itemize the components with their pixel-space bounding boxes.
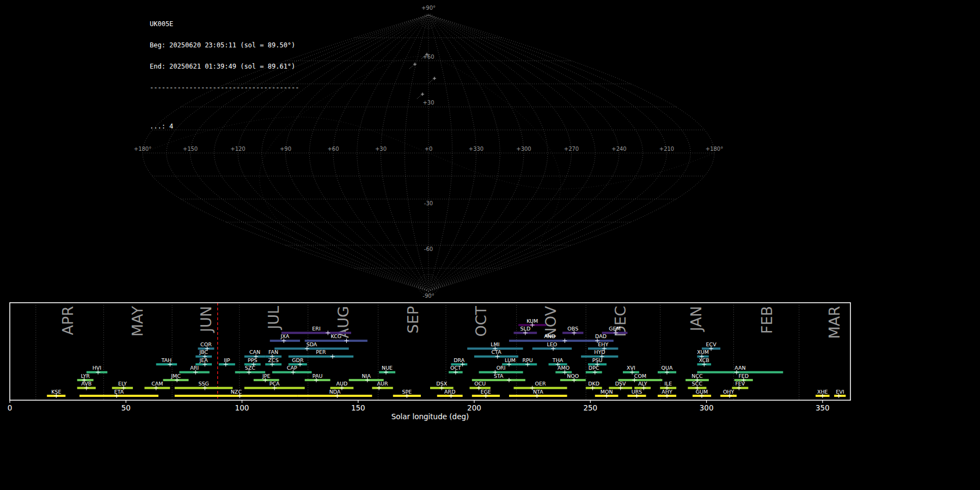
shower-code-label: AUD: [336, 381, 348, 387]
x-tick-label: 200: [467, 403, 481, 412]
shower-code-label: HVI: [93, 365, 101, 371]
x-tick-label: 50: [121, 403, 131, 412]
shower-code-label: JPE: [262, 373, 271, 379]
shower-code-label: FEV: [735, 381, 745, 387]
ra-label: +300: [516, 146, 531, 152]
ra-label: +30: [375, 146, 387, 152]
shower-code-label: GEM: [609, 326, 621, 332]
peak-marker: [345, 339, 349, 343]
shower-code-label: ARD: [444, 389, 455, 395]
meridian-line: [381, 15, 429, 291]
shower-code-label: IIP: [224, 357, 230, 363]
shower-code-label: RPU: [522, 357, 532, 363]
meridian-line: [428, 15, 572, 291]
meteor-activity-plot: +180°+150+120+90+60+30+0+330+300+270+240…: [0, 0, 980, 490]
observation-info: UK005E Beg: 20250620 23:05:11 (sol = 89.…: [150, 7, 299, 144]
shower-code-label: JBC: [199, 349, 208, 355]
x-tick-label: 350: [816, 403, 830, 412]
shower-code-label: DAD: [595, 333, 607, 339]
shower-code-label: ELY: [118, 381, 127, 387]
shower-code-label: SLD: [520, 326, 531, 332]
shower-code-label: PAU: [313, 373, 323, 379]
shower-labels: KSEETANZCNDASPEARDEGENTAMONURSAHYGUMOHYX…: [51, 318, 844, 395]
x-tick-labels: 050100150200250300350: [8, 403, 830, 412]
ra-label: +330: [469, 146, 483, 152]
x-tick-label: 300: [700, 403, 714, 412]
shower-code-label: PCA: [270, 381, 280, 387]
shower-code-label: KCG: [330, 333, 341, 339]
shower-code-label: NUE: [382, 365, 393, 371]
ra-label: +150: [183, 146, 198, 152]
shower-code-label: ZCS: [268, 357, 279, 363]
x-tick-label: 250: [583, 403, 597, 412]
shower-code-label: ILE: [664, 381, 672, 387]
shower-code-label: CAP: [287, 365, 297, 371]
shower-code-label: EGE: [481, 389, 491, 395]
meridian-line: [286, 15, 429, 291]
shower-code-label: ECV: [706, 341, 717, 347]
shower-code-label: OCT: [450, 365, 461, 371]
shower-code-label: DSX: [436, 381, 447, 387]
shower-code-label: JMC: [170, 373, 181, 379]
shower-code-label: OBS: [567, 326, 578, 332]
meridian-line: [428, 15, 595, 291]
shower-code-label: THA: [552, 357, 564, 363]
meridian-line: [428, 15, 476, 291]
shower-code-label: SPE: [402, 389, 412, 395]
activity-timeline: APRMAYJUNJULAUGSEPOCTNOVDECJANFEBMARKSEE…: [0, 299, 871, 490]
shower-code-label: XVI: [627, 365, 635, 371]
shower-code-label: NDA: [329, 389, 341, 395]
shower-code-label: PSU: [592, 357, 603, 363]
meridian-line: [428, 15, 667, 291]
shower-activity-bar: [156, 363, 177, 365]
shower-code-label: NIA: [362, 373, 371, 379]
dec-label: -60: [424, 246, 433, 252]
shower-code-label: COR: [200, 341, 212, 347]
x-axis-title: Solar longitude (deg): [391, 412, 469, 421]
shower-code-label: EHY: [598, 341, 608, 347]
ra-label: +180°: [706, 146, 723, 152]
ra-label: +240: [611, 146, 626, 152]
shower-code-label: ERI: [312, 326, 320, 332]
shower-activity-bar: [79, 395, 158, 397]
shower-code-label: NTA: [533, 389, 543, 395]
shower-code-label: DRA: [454, 357, 465, 363]
sky-map: +180°+150+120+90+60+30+0+330+300+270+240…: [0, 0, 871, 301]
shower-activity-bar: [298, 395, 372, 397]
shower-code-label: MON: [601, 389, 613, 395]
dec-label: +90°: [421, 5, 436, 11]
shower-code-label: SSG: [198, 381, 209, 387]
shower-code-label: NOO: [567, 373, 579, 379]
shower-code-label: FED: [738, 373, 749, 379]
shower-code-label: JEA: [199, 357, 208, 363]
month-label: JUN: [198, 306, 215, 333]
shower-code-label: HYD: [594, 349, 605, 355]
shower-code-label: LEO: [547, 341, 558, 347]
shower-code-label: CAN: [249, 349, 260, 355]
x-tick-label: 0: [8, 403, 13, 412]
shower-code-label: LMI: [491, 341, 499, 347]
ra-label: +120: [230, 146, 245, 152]
meteors: [409, 53, 436, 99]
shower-code-label: AVB: [81, 381, 91, 387]
ra-label: +90: [280, 146, 291, 152]
month-labels: APRMAYJUNJULAUGSEPOCTNOVDECJANFEBMAR: [59, 305, 843, 339]
x-tick-label: 150: [351, 403, 365, 412]
shower-code-label: ETA: [114, 389, 124, 395]
station-id: UK005E: [150, 21, 299, 28]
shower-code-label: SCC: [692, 381, 703, 387]
shower-code-label: AMO: [558, 365, 569, 371]
shower-code-label: NCC: [691, 373, 703, 379]
month-label: JAN: [688, 306, 705, 332]
shower-code-label: AAN: [734, 365, 745, 371]
shower-code-label: FAN: [268, 349, 278, 355]
shower-code-label: LYR: [81, 373, 90, 379]
shower-activity-bar: [274, 347, 349, 350]
shower-code-label: EVI: [836, 389, 844, 395]
shower-code-label: COM: [634, 373, 646, 379]
month-label: SEP: [405, 306, 421, 333]
meteor-trail: [409, 64, 415, 69]
shower-code-label: NZC: [231, 389, 242, 395]
shower-code-label: OHY: [723, 389, 734, 395]
shower-code-label: ALY: [638, 381, 647, 387]
